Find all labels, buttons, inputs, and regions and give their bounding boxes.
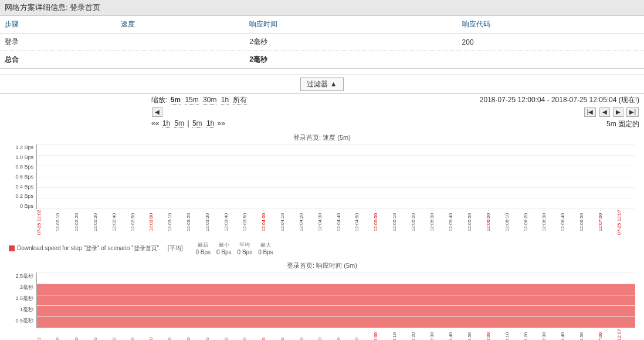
page-title: 网络方案详细信息: 登录首页 (0, 0, 644, 16)
nav-last-button[interactable]: ▶| (626, 107, 639, 117)
zoom-5m[interactable]: 5m (171, 96, 181, 105)
fixed-row: «« 1h 5m | 5m 1h »» 5m 固定的 (0, 118, 644, 130)
cell-resp-time: 2毫秒 (245, 33, 457, 51)
legend-avg-label: [平均] (168, 244, 183, 253)
response-xaxis: t:02t:10t:20t:30t:40t:50t:00t:10t:20t:30… (36, 328, 635, 340)
speed-plot[interactable] (36, 144, 635, 209)
cell-resp-code: 200 (457, 33, 644, 51)
nav-next-button[interactable]: ▶ (613, 107, 623, 117)
zoom-1h[interactable]: 1h (221, 96, 229, 105)
col-step[interactable]: 步骤 (0, 16, 116, 33)
response-plot[interactable] (36, 272, 635, 328)
speed-yaxis: 1.2 Bps1.0 Bps0.8 Bps0.6 Bps0.4 Bps0.2 B… (9, 144, 33, 209)
speed-legend: Download speed for step "登录" of scenario… (0, 238, 644, 258)
speed-chart-title: 登录首页: 速度 (5m) (9, 133, 635, 142)
zoom-range-label: 2018-07-25 12:00:04 - 2018-07-25 12:05:0… (480, 95, 639, 105)
steps-table: 步骤 速度 响应时间 响应代码 登录 2毫秒 200 总合 2毫秒 (0, 16, 644, 69)
table-total-row: 总合 2毫秒 (0, 51, 644, 69)
fixed-link-0[interactable]: 1h (162, 119, 170, 128)
speed-xaxis: 07-25 12:0212:02:1012:02:2012:02:3012:02… (36, 209, 635, 235)
zoom-all[interactable]: 所有 (233, 96, 247, 105)
col-speed[interactable]: 速度 (116, 16, 245, 33)
zoom-30m[interactable]: 30m (203, 96, 216, 105)
col-resp-time[interactable]: 响应时间 (245, 16, 457, 33)
nav-first-button[interactable]: |◀ (584, 107, 596, 117)
legend-label: Download speed for step "登录" of scenario… (17, 245, 161, 251)
cell-total-resp-code (457, 51, 644, 69)
cell-total-label: 总合 (0, 51, 116, 69)
fixed-suffix: »» (218, 119, 225, 127)
zoom-row: 缩放: 5m 15m 30m 1h 所有 2018-07-25 12:00:04… (0, 94, 644, 106)
speed-chart: 登录首页: 速度 (5m) 1.2 Bps1.0 Bps0.8 Bps0.6 B… (0, 130, 644, 238)
cell-speed (116, 33, 245, 51)
cell-total-resp-time: 2毫秒 (245, 51, 457, 69)
fixed-prefix: «« (151, 119, 159, 127)
fixed-right-label: 5m 固定的 (606, 119, 639, 129)
zoom-label: 缩放: (151, 96, 167, 104)
response-chart: 登录首页: 响应时间 (5m) 2.5毫秒2毫秒1.5毫秒1毫秒0.5毫秒 t:… (0, 258, 644, 340)
col-resp-code[interactable]: 响应代码 (457, 16, 644, 33)
fixed-link-4[interactable]: 1h (206, 119, 214, 128)
cell-step: 登录 (0, 33, 116, 51)
fixed-link-3[interactable]: 5m (192, 119, 202, 128)
legend-stats: 最新0 Bps最小0 Bps平均0 Bps最大0 Bps (189, 241, 273, 255)
filter-button[interactable]: 过滤器 ▲ (300, 78, 343, 91)
filter-row: 过滤器 ▲ (0, 75, 644, 94)
fixed-link-1[interactable]: 5m (174, 119, 184, 128)
response-chart-title: 登录首页: 响应时间 (5m) (9, 261, 635, 270)
fixed-sep: | (187, 119, 189, 127)
legend-swatch-icon (9, 245, 15, 251)
nav-prev2-button[interactable]: ◀ (599, 107, 610, 117)
response-yaxis: 2.5毫秒2毫秒1.5毫秒1毫秒0.5毫秒 (9, 272, 33, 328)
cell-total-speed (116, 51, 245, 69)
table-row[interactable]: 登录 2毫秒 200 (0, 33, 644, 51)
nav-prev-button[interactable]: ◀ (152, 107, 162, 117)
zoom-15m[interactable]: 15m (185, 96, 198, 105)
nav-row: ◀ |◀ ◀ ▶ ▶| (0, 106, 644, 118)
